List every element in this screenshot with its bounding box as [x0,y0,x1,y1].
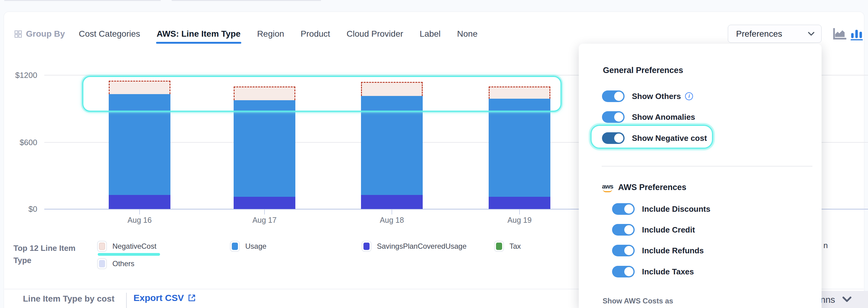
bar-segment-SavingsPlanCoveredUsage[interactable] [234,197,295,209]
include-refunds-row: Include Refunds [612,245,704,256]
bar-segment-NegativeCost[interactable] [361,82,423,96]
include-taxes-label: Include Taxes [642,267,694,277]
include-credit-row: Include Credit [612,224,695,236]
include-discounts-toggle[interactable] [612,203,635,215]
bar-segment-SavingsPlanCoveredUsage[interactable] [361,195,423,209]
bar-segment-SavingsPlanCoveredUsage[interactable] [109,195,170,209]
include-discounts-label: Include Discounts [642,205,710,214]
bar-segment-NegativeCost[interactable] [489,87,550,99]
include-refunds-label: Include Refunds [642,246,704,255]
panel-divider [602,166,812,166]
x-axis-tick [139,210,140,215]
preferences-panel: General Preferences Show Others i Show A… [579,44,822,308]
bar-segment-Usage[interactable] [109,94,170,195]
include-credit-toggle[interactable] [612,224,635,236]
cost-dashboard-page: Group By Cost Categories AWS: Line Item … [0,0,868,308]
aws-preferences-heading-row: aws AWS Preferences [602,183,686,192]
preferences-button-label: Preferences [736,29,782,39]
show-others-toggle[interactable] [602,90,625,102]
show-anomalies-label: Show Anomalies [632,113,695,122]
show-anomalies-row: Show Anomalies [602,111,695,123]
show-aws-costs-as-label: Show AWS Costs as [602,297,673,305]
x-axis-tick [264,210,265,215]
include-taxes-toggle[interactable] [612,266,635,277]
x-axis-tick [519,210,520,215]
bar-segment-Usage[interactable] [489,99,550,197]
chevron-down-icon [808,32,814,36]
preferences-dropdown-button[interactable]: Preferences [728,25,822,43]
include-refunds-toggle[interactable] [612,245,635,256]
bar-segment-NegativeCost[interactable] [234,87,295,100]
include-taxes-row: Include Taxes [612,266,694,277]
bar-segment-Usage[interactable] [361,96,423,195]
show-anomalies-toggle[interactable] [602,111,625,123]
x-axis-label: Aug 16 [109,216,170,224]
show-negative-cost-toggle[interactable] [602,132,625,144]
show-negative-cost-label: Show Negative cost [632,133,707,143]
x-axis-label: Aug 19 [489,216,550,224]
x-axis-label: Aug 17 [234,216,295,224]
x-axis-tick [392,210,392,215]
aws-logo-icon: aws [602,183,613,192]
aws-preferences-heading: AWS Preferences [618,183,687,192]
general-preferences-heading: General Preferences [603,66,683,75]
show-others-row: Show Others i [602,90,693,102]
bar-segment-NegativeCost[interactable] [109,81,170,94]
include-credit-label: Include Credit [642,225,695,235]
x-axis-label: Aug 18 [361,216,423,224]
info-icon[interactable]: i [685,92,693,100]
include-discounts-row: Include Discounts [612,203,710,215]
show-others-label: Show Others [632,92,681,101]
bar-segment-SavingsPlanCoveredUsage[interactable] [489,197,550,209]
show-negative-cost-row: Show Negative cost [602,132,707,144]
bar-segment-Usage[interactable] [234,100,295,197]
